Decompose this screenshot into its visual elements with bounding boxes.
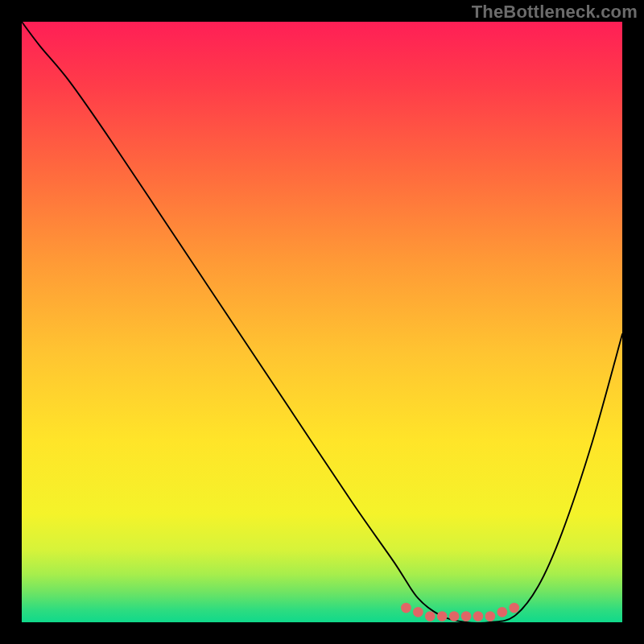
- sweet-spot-dot: [401, 603, 411, 613]
- sweet-spot-dot: [449, 611, 460, 621]
- sweet-spot-markers: [401, 603, 519, 621]
- sweet-spot-dot: [497, 607, 507, 617]
- chart-frame: TheBottleneck.com: [0, 0, 644, 644]
- sweet-spot-dot: [509, 603, 519, 613]
- sweet-spot-dot: [473, 611, 484, 621]
- sweet-spot-dot: [413, 607, 423, 617]
- plot-area: [22, 22, 622, 622]
- attribution-text: TheBottleneck.com: [472, 2, 638, 23]
- curve-layer: [22, 22, 622, 622]
- sweet-spot-dot: [425, 611, 436, 621]
- sweet-spot-dot: [461, 611, 472, 621]
- bottleneck-curve: [22, 22, 622, 622]
- sweet-spot-dot: [437, 611, 448, 621]
- sweet-spot-dot: [485, 611, 496, 621]
